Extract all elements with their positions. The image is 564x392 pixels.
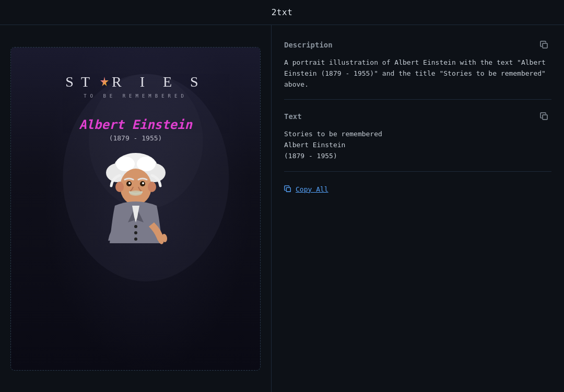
- text-line-2: Albert Einstein: [284, 140, 551, 151]
- copy-text-icon: [540, 112, 548, 121]
- svg-rect-20: [543, 43, 547, 48]
- copy-all-icon: [284, 185, 291, 193]
- copy-description-icon: [540, 41, 548, 49]
- stories-title-row: S T R I E S: [65, 74, 205, 90]
- einstein-card: S T R I E S: [11, 47, 260, 370]
- stories-star-icon: [98, 76, 111, 88]
- svg-point-14: [148, 182, 156, 192]
- copy-all-button[interactable]: Copy All: [284, 185, 328, 193]
- text-label: Text: [284, 112, 302, 121]
- person-name: Albert Einstein: [79, 117, 192, 132]
- left-panel: S T R I E S: [0, 25, 272, 392]
- svg-point-7: [120, 169, 151, 205]
- svg-point-5: [116, 157, 135, 171]
- svg-point-10: [128, 182, 131, 184]
- stories-subtitle: TO BE REMEMBERED: [84, 93, 187, 99]
- svg-rect-22: [286, 188, 290, 192]
- einstein-illustration: [86, 149, 185, 271]
- svg-point-11: [142, 182, 144, 184]
- app-header: 2txt: [0, 0, 564, 25]
- stories-text-ries: R I E S: [112, 74, 206, 90]
- description-section: Description A portrait illustration of A…: [284, 38, 551, 100]
- svg-point-6: [137, 157, 156, 171]
- main-content: S T R I E S: [0, 25, 564, 392]
- text-section: Text Stories to be remembered Albert Ein…: [284, 109, 551, 171]
- description-header: Description: [284, 38, 551, 52]
- stories-text-t: T: [81, 74, 97, 90]
- stories-text-s: S: [65, 74, 81, 90]
- svg-point-13: [115, 182, 124, 192]
- description-label: Description: [284, 41, 333, 49]
- description-text: A portrait illustration of Albert Einste…: [284, 57, 551, 90]
- copy-all-section: Copy All: [284, 181, 551, 193]
- svg-point-16: [134, 231, 137, 234]
- einstein-svg: [86, 149, 185, 269]
- app-title: 2txt: [272, 7, 293, 17]
- person-dates: (1879 - 1955): [109, 134, 162, 142]
- copy-text-button[interactable]: [537, 109, 551, 124]
- svg-point-15: [134, 225, 137, 228]
- stories-header: S T R I E S: [65, 74, 205, 99]
- extracted-text: Stories to be remembered Albert Einstein…: [284, 129, 551, 161]
- copy-description-button[interactable]: [537, 38, 551, 52]
- text-header: Text: [284, 109, 551, 124]
- image-container: S T R I E S: [10, 47, 261, 371]
- right-panel: Description A portrait illustration of A…: [272, 25, 564, 392]
- svg-point-17: [134, 237, 137, 241]
- svg-rect-21: [543, 115, 547, 120]
- copy-all-label: Copy All: [296, 185, 328, 193]
- svg-point-12: [130, 191, 142, 196]
- text-line-1: Stories to be remembered: [284, 129, 551, 140]
- text-line-3: (1879 - 1955): [284, 151, 551, 162]
